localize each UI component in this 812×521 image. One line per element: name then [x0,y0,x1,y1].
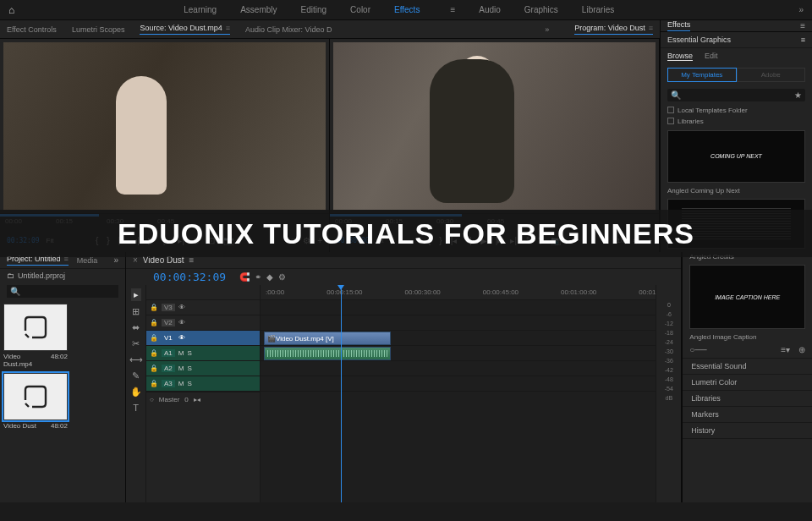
lock-icon[interactable]: 🔒 [150,365,158,372]
timeline-timecode[interactable]: 00:00:32:09 [146,269,233,285]
overlay-title: EDUONIX TUTORIALS FOR BEGINNERS [0,210,812,257]
toggle-my-templates[interactable]: My Templates [667,68,737,82]
tool-razor[interactable]: ✂ [132,338,140,349]
ws-effects-menu-icon[interactable]: ≡ [450,5,455,14]
eg-slider[interactable]: ○── [689,345,706,354]
source-overflow-icon[interactable]: » [545,25,549,34]
right-lower-sidebar: Angled Credits IMAGE CAPTION HERE Angled… [682,252,812,502]
tool-slip[interactable]: ⟷ [129,354,143,365]
eg-search[interactable]: 🔍 ★ [667,89,805,101]
project-search-input[interactable] [20,288,115,296]
lock-icon[interactable]: 🔒 [150,380,158,387]
template-image-caption[interactable]: IMAGE CAPTION HERE [689,265,805,329]
favorite-icon[interactable]: ★ [794,90,802,100]
project-name: 🗀 Untitled.prproj [0,269,125,282]
lock-icon[interactable]: 🔒 [150,304,158,311]
app-topbar: ⌂ Learning Assembly Editing Color Effect… [0,0,812,20]
eg-title: Essential Graphics [667,36,731,44]
lbl-local-folder: Local Templates Folder [678,107,748,114]
collapsed-panels: Essential Sound Lumetri Color Libraries … [683,358,812,439]
track-headers: 🔒V3👁 🔒V2👁 🔒V1👁 🔒A1MS 🔒A2MS 🔒A3MS ○Master… [146,285,261,502]
timeline-ruler[interactable]: :00:0000:00:15:0000:00:30:0000:00:45:000… [261,285,656,300]
program-viewer[interactable] [333,42,656,210]
tool-hand[interactable]: ✋ [130,387,142,398]
project-search[interactable]: 🔍 [7,285,118,298]
lock-icon[interactable]: 🔒 [150,319,158,326]
playhead[interactable] [341,285,342,502]
ws-effects[interactable]: Effects [394,5,420,14]
lock-icon[interactable]: 🔒 [150,349,158,357]
tool-type[interactable]: T [133,403,139,413]
project-panel: Project: Untitled≡ Media » 🗀 Untitled.pr… [0,252,126,502]
clip-item-1[interactable]: Video Dust48:02 [3,373,68,431]
tl-link-icon[interactable]: ⚭ [255,272,261,282]
audio-meter: 0-6-12-18-24-30-36-42-48-54dB [656,285,681,502]
tool-ripple[interactable]: ⬌ [132,322,140,333]
tab-lumetri-scopes[interactable]: Lumetri Scopes [72,25,125,34]
template-caption-0: Angled Coming Up Next [661,186,812,195]
template-caption-2: Angled Image Caption [683,332,812,342]
tracks-area[interactable]: :00:0000:00:15:0000:00:30:0000:00:45:000… [261,285,656,502]
tab-effects-panel[interactable]: Effects [667,20,690,31]
source-viewer[interactable] [3,42,326,210]
toggle-adobe-stock[interactable]: Adobe [737,68,806,82]
home-icon[interactable]: ⌂ [8,4,14,16]
ws-learning[interactable]: Learning [184,5,217,14]
eg-tab-browse[interactable]: Browse [667,52,693,61]
panel-history[interactable]: History [683,423,812,439]
tl-settings-icon[interactable]: ⚙ [278,272,286,282]
panel-markers[interactable]: Markers [683,407,812,423]
ws-audio[interactable]: Audio [479,5,501,14]
lbl-libraries: Libraries [678,118,704,125]
workspace-overflow-icon[interactable]: » [798,5,804,14]
clip-grid: Video Dust.mp448:02 Video Dust48:02 [0,300,125,435]
ws-editing[interactable]: Editing [301,5,327,14]
tab-source[interactable]: Source: Video Dust.mp4≡ [140,24,230,35]
bin-icon: 🗀 [7,271,14,280]
tool-column: ▸ ⊞ ⬌ ✂ ⟷ ✎ ✋ T [126,285,146,502]
ws-libraries[interactable]: Libraries [582,5,614,14]
tool-pen[interactable]: ✎ [132,370,140,381]
ws-graphics[interactable]: Graphics [524,5,558,14]
tab-effect-controls[interactable]: Effect Controls [7,25,57,34]
eg-sort-icon[interactable]: ≡▾ [781,345,790,354]
eg-menu-icon[interactable]: ≡ [801,36,805,44]
panel-libraries[interactable]: Libraries [683,391,812,407]
lock-icon[interactable]: 🔒 [150,334,158,342]
essential-graphics-header: Essential Graphics ≡ [661,32,812,48]
tab-audio-clip-mixer[interactable]: Audio Clip Mixer: Video D [245,25,332,34]
tool-track-select[interactable]: ⊞ [132,306,140,317]
panel-essential-sound[interactable]: Essential Sound [683,359,812,375]
search-icon: 🔍 [10,287,20,296]
ws-assembly[interactable]: Assembly [240,5,277,14]
panel-lumetri-color[interactable]: Lumetri Color [683,375,812,391]
clip-v1[interactable]: 🎬Video Dust.mp4 [V] [264,332,391,345]
eg-search-input[interactable] [681,90,794,99]
ws-color[interactable]: Color [350,5,370,14]
monitor-panel-tabs: Effect Controls Lumetri Scopes Source: V… [0,20,660,39]
template-coming-up[interactable]: COMING UP NEXT [667,130,805,183]
clip-item-0[interactable]: Video Dust.mp448:02 [3,304,68,370]
eg-tab-edit[interactable]: Edit [705,52,718,61]
chk-local-folder[interactable] [667,107,674,113]
chk-libraries[interactable] [667,118,674,124]
eg-new-icon[interactable]: ⊕ [798,345,805,354]
clip-a1[interactable] [264,347,391,360]
tool-selection[interactable]: ▸ [131,288,141,301]
effects-menu-icon[interactable]: ≡ [800,21,805,30]
tl-marker-icon[interactable]: ◆ [266,272,273,282]
tab-media[interactable]: Media [77,256,98,265]
timeline-panel: × Video Dust ≡ 00:00:32:09 🧲 ⚭ ◆ ⚙ ▸ ⊞ ⬌… [126,252,682,502]
tl-snap-icon[interactable]: 🧲 [239,272,250,282]
tab-program[interactable]: Program: Video Dust≡ [574,24,653,35]
search-icon: 🔍 [671,90,681,100]
workspace-tabs: Learning Assembly Editing Color Effects … [184,5,614,14]
